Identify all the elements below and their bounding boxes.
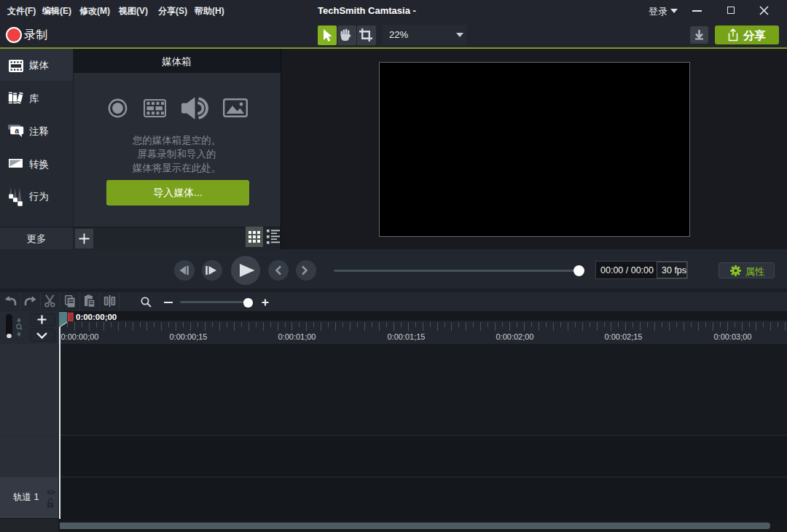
svg-text:a: a (15, 126, 19, 135)
